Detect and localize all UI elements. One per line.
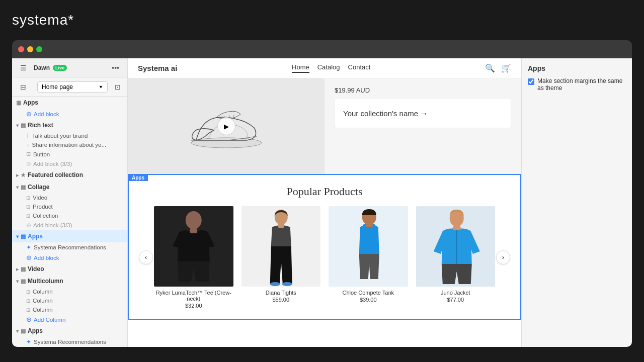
margin-checkbox[interactable] — [528, 78, 534, 85]
chevron-right-icon: ▸ — [16, 172, 19, 178]
traffic-light-green[interactable] — [36, 46, 42, 52]
sidebar-section-richtext[interactable]: ▾ ▦ Rich text — [12, 119, 127, 131]
plus-icon-2: ⊕ — [26, 254, 32, 261]
nav-catalog[interactable]: Catalog — [317, 63, 340, 73]
add-block-richtext[interactable]: ⊕ Add block (3/3) — [12, 159, 127, 169]
sidebar-toggle-btn[interactable]: ⊟ — [17, 81, 29, 93]
collection-name: Your collection's name → — [343, 109, 428, 118]
search-icon[interactable]: 🔍 — [485, 63, 495, 73]
chevron-right-icon-2: ▸ — [16, 266, 19, 272]
theme-name: Dawn — [34, 64, 50, 71]
chevron-down-icon-5: ▾ — [16, 328, 19, 334]
collage-label: Collage — [28, 184, 49, 191]
add-block-apps2[interactable]: ⊕ Add block — [12, 252, 127, 263]
editor: ☰ Dawn Live ••• ⊟ Home page ▼ ⊡ ↩ ↪ — [12, 58, 632, 347]
apps-section: Apps Popular Products ‹ — [128, 174, 521, 320]
grid-icon-6: ▦ — [21, 278, 26, 285]
plus-icon-disabled-2: ⊕ — [26, 222, 31, 229]
play-button[interactable]: ▶ — [217, 117, 235, 135]
svg-line-3 — [229, 115, 229, 117]
richtext-label: Rich text — [28, 122, 53, 129]
product-price-3: $39.00 — [360, 297, 377, 303]
more-options-btn[interactable]: ••• — [109, 63, 122, 73]
canvas[interactable]: Systema ai Home Catalog Contact 🔍 🛒 — [128, 58, 521, 347]
hero-price: $19.99 AUD — [335, 86, 511, 94]
apps-3-label: Apps — [28, 327, 43, 334]
checkbox-row: Make section margins the same as theme — [528, 77, 626, 92]
sidebar-section-video[interactable]: ▸ ▦ Video — [12, 263, 127, 275]
svg-rect-17 — [452, 226, 460, 230]
main-content: Systema ai Home Catalog Contact 🔍 🛒 — [128, 58, 632, 347]
carousel-prev-btn[interactable]: ‹ — [139, 250, 153, 264]
hero-right: $19.99 AUD Your collection's name → — [325, 78, 521, 174]
sidebar-section-apps-1[interactable]: ▦ Apps — [12, 97, 127, 109]
chevron-down-icon-3: ▾ — [16, 234, 19, 239]
product-card-2: Diana Tights $59.00 — [242, 206, 321, 309]
product-image-2 — [242, 206, 321, 287]
nav-contact[interactable]: Contact — [348, 63, 371, 73]
popular-products: Popular Products ‹ — [129, 175, 520, 319]
sidebar-item-video[interactable]: ⊡ Video — [12, 193, 127, 202]
product-card-4: Juno Jacket $77.00 — [416, 206, 496, 309]
systema-icon-2: ✦ — [26, 338, 31, 345]
expand-icon-5: ⊡ — [26, 298, 30, 304]
svg-point-10 — [282, 282, 292, 286]
sidebar-section-collage[interactable]: ▾ ▦ Collage — [12, 181, 127, 193]
margin-checkbox-label: Make section margins the same as theme — [537, 77, 626, 92]
sidebar-item-button[interactable]: ⊡ Button — [12, 149, 127, 159]
top-toolbar: ⊟ Home page ▼ ⊡ ↩ ↪ Save — [12, 77, 127, 97]
sidebar-item-talk-brand[interactable]: T Talk about your brand — [12, 131, 127, 140]
sidebar-toolbar: ☰ Dawn Live ••• — [12, 58, 127, 77]
device-preview-btn[interactable]: ⊡ — [112, 81, 124, 93]
add-block-collage[interactable]: ⊕ Add block (3/3) — [12, 220, 127, 230]
nav-home[interactable]: Home — [292, 63, 309, 73]
products-carousel: ‹ — [139, 206, 510, 309]
traffic-light-red[interactable] — [18, 46, 24, 52]
product-name-4: Juno Jacket — [441, 290, 470, 296]
add-block-btn-apps1[interactable]: ⊕ Add block — [12, 109, 127, 119]
svg-rect-6 — [190, 228, 197, 233]
product-card-3: Chloe Compete Tank $39.00 — [329, 206, 408, 309]
collection-link[interactable]: Your collection's name → — [335, 98, 511, 128]
sidebar-item-share-info[interactable]: ≡ Share information about yo... — [12, 140, 127, 149]
sidebar-section-apps-2[interactable]: ▾ ▦ Apps — [12, 230, 127, 242]
person-svg-4 — [416, 206, 496, 287]
page-selector[interactable]: Home page ▼ — [37, 81, 108, 93]
apps-2-label: Apps — [28, 233, 43, 240]
sidebar: ☰ Dawn Live ••• ⊟ Home page ▼ ⊡ ↩ ↪ — [12, 58, 128, 347]
sidebar-sections: ▦ Apps ⊕ Add block ▾ ▦ Rich text T Talk … — [12, 97, 127, 347]
sidebar-item-col-1[interactable]: ⊡ Column — [12, 287, 127, 296]
plus-icon-disabled: ⊕ — [26, 160, 31, 167]
cart-icon[interactable]: 🛒 — [501, 63, 511, 73]
sidebar-item-systema-rec-1[interactable]: ✦ Systema Recommendations — [12, 242, 127, 252]
text-icon: T — [26, 133, 30, 139]
sidebar-item-col-3[interactable]: ⊡ Column — [12, 305, 127, 314]
sidebar-item-systema-rec-2[interactable]: ✦ Systema Recommendations — [12, 337, 127, 347]
sidebar-collapse-btn[interactable]: ☰ — [17, 63, 30, 73]
product-image-1 — [154, 206, 233, 287]
page-selector-chevron: ▼ — [99, 84, 103, 89]
sidebar-item-product[interactable]: ⊡ Product — [12, 202, 127, 211]
store-logo: Systema ai — [138, 64, 177, 72]
browser-chrome — [12, 40, 632, 58]
product-name-2: Diana Tights — [266, 290, 296, 296]
chevron-down-icon-2: ▾ — [16, 185, 19, 190]
sidebar-section-featured[interactable]: ▸ ★ Featured collection — [12, 169, 127, 181]
expand-icon: ⊡ — [26, 195, 30, 201]
sidebar-section-apps-3[interactable]: ▾ ▦ Apps — [12, 325, 127, 337]
product-name-3: Chloe Compete Tank — [342, 290, 394, 296]
carousel-next-btn[interactable]: › — [496, 250, 510, 264]
person-svg-3 — [329, 206, 408, 287]
product-price-1: $32.00 — [185, 303, 202, 309]
product-image-4 — [416, 206, 496, 287]
expand-icon-2: ⊡ — [26, 204, 30, 210]
grid-icon-7: ▦ — [21, 328, 26, 334]
traffic-light-yellow[interactable] — [27, 46, 33, 52]
sidebar-item-col-2[interactable]: ⊡ Column — [12, 296, 127, 305]
sidebar-item-collection[interactable]: ⊡ Collection — [12, 211, 127, 220]
add-column-btn[interactable]: ⊕ Add Column — [12, 314, 127, 325]
right-panel: Apps Make section margins the same as th… — [521, 58, 632, 347]
sidebar-section-multicolumn[interactable]: ▾ ▦ Multicolumn — [12, 275, 127, 287]
grid-icon-5: ▦ — [21, 266, 26, 273]
store-header: Systema ai Home Catalog Contact 🔍 🛒 — [128, 58, 521, 78]
